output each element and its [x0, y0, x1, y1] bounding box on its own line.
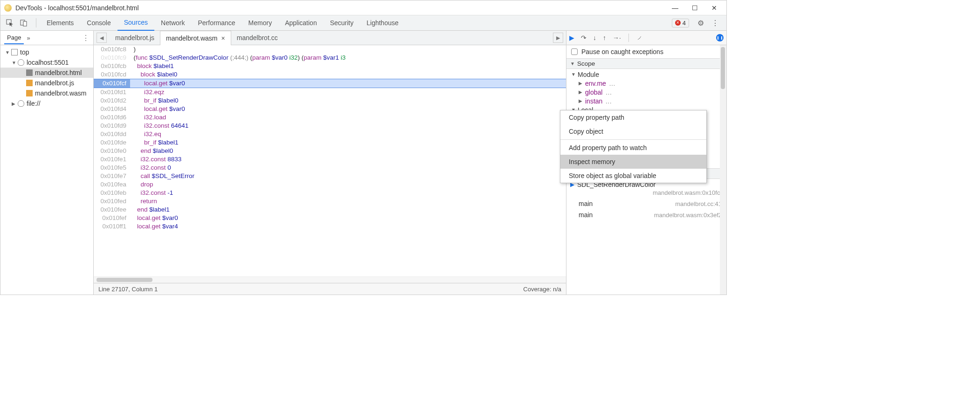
callstack-frame[interactable]: mainmandelbrot.wasm:0x3ef2 — [566, 209, 726, 220]
tree-node-file-proto[interactable]: ▶file:// — [0, 98, 93, 109]
main-tab-lighthouse[interactable]: Lighthouse — [360, 15, 405, 31]
step-over-icon[interactable]: ↷ — [581, 34, 587, 41]
file-tab[interactable]: mandelbrot.cc — [231, 31, 283, 45]
line-address: 0x010fcb — [94, 62, 130, 70]
line-address: 0x010fdd — [94, 130, 130, 138]
file-tab[interactable]: mandelbrot.wasm× — [160, 31, 231, 45]
code-line[interactable]: br_if $label1 — [130, 138, 566, 147]
navigator-tab-page[interactable]: Page — [4, 31, 24, 44]
code-line[interactable]: end $label0 — [130, 147, 566, 155]
line-address: 0x010fee — [94, 206, 130, 214]
main-tab-memory[interactable]: Memory — [242, 15, 279, 31]
line-address: 0x010fed — [94, 197, 130, 206]
context-menu-item[interactable]: Copy property path — [560, 110, 706, 124]
code-line[interactable]: i32.const -1 — [130, 189, 566, 197]
tree-node-host[interactable]: ▼localhost:5501 — [0, 57, 93, 68]
titlebar: DevTools - localhost:5501/mandelbrot.htm… — [0, 0, 726, 15]
scope-module[interactable]: ▼Module — [566, 70, 726, 79]
minimize-button[interactable]: — — [670, 4, 680, 12]
code-line[interactable]: br_if $label0 — [130, 96, 566, 105]
nav-back-icon[interactable]: ◀ — [97, 33, 107, 43]
line-address: 0x010fc8 — [94, 45, 130, 54]
navigator-pane: Page » ⋮ ▼top ▼localhost:5501 mandelbrot… — [0, 31, 94, 295]
code-line[interactable]: call $SDL_SetError — [130, 172, 566, 180]
code-line[interactable]: i32.eqz — [130, 88, 566, 96]
close-button[interactable]: ✕ — [710, 4, 719, 12]
pause-script-button[interactable] — [716, 34, 724, 41]
device-toolbar-icon[interactable] — [18, 17, 29, 28]
scope-module-item[interactable]: ▶env.me — [566, 79, 726, 88]
code-line[interactable]: i32.eq — [130, 130, 566, 138]
line-address: 0x010fcd — [94, 70, 130, 79]
line-address: 0x010fd6 — [94, 113, 130, 122]
main-tab-application[interactable]: Application — [278, 15, 324, 31]
scope-module-item[interactable]: ▶global — [566, 88, 726, 96]
code-line[interactable]: local.get $var0 — [130, 214, 566, 222]
context-menu-item[interactable]: Inspect memory — [560, 155, 706, 169]
navigator-menu-icon[interactable]: ⋮ — [82, 34, 90, 42]
main-tab-network[interactable]: Network — [154, 15, 191, 31]
pause-checkbox[interactable] — [571, 48, 578, 55]
code-line[interactable]: i32.load — [130, 113, 566, 122]
code-line[interactable]: block $label1 — [130, 62, 566, 70]
step-out-icon[interactable]: ↑ — [603, 34, 606, 41]
vertical-scrollbar[interactable] — [720, 45, 726, 295]
line-address: 0x010fd2 — [94, 96, 130, 105]
callstack-frame[interactable]: mainmandelbrot.cc:41 — [566, 198, 726, 209]
settings-gear-icon[interactable]: ⚙ — [694, 19, 708, 27]
statusbar: Line 27107, Column 1 Coverage: n/a — [94, 283, 566, 295]
file-tab[interactable]: mandelbrot.js — [110, 31, 160, 45]
main-tab-elements[interactable]: Elements — [40, 15, 80, 31]
file-tabs: ◀ mandelbrot.jsmandelbrot.wasm×mandelbro… — [94, 31, 566, 45]
more-menu-icon[interactable]: ⋮ — [708, 19, 723, 27]
code-line[interactable]: block $label0 — [130, 70, 566, 79]
main-tab-sources[interactable]: Sources — [117, 15, 154, 31]
code-line[interactable]: local.get $var0 — [130, 79, 566, 88]
main-tab-console[interactable]: Console — [80, 15, 117, 31]
error-count-badge[interactable]: 4 — [672, 19, 689, 27]
svg-rect-2 — [23, 21, 27, 26]
code-line[interactable]: i32.const 0 — [130, 164, 566, 172]
frame-location: mandelbrot.wasm:0x10fcf — [653, 189, 722, 196]
tree-file-wasm[interactable]: mandelbrot.wasm — [0, 88, 93, 98]
tree-node-top[interactable]: ▼top — [0, 47, 93, 57]
pause-label: Pause on caught exceptions — [581, 48, 663, 55]
code-line[interactable]: (func $SDL_SetRenderDrawColor (;444;) (p… — [130, 54, 566, 62]
code-line[interactable]: local.get $var0 — [130, 105, 566, 113]
deactivate-breakpoints-icon[interactable]: ⟋ — [636, 34, 643, 41]
code-line[interactable]: return — [130, 197, 566, 206]
context-menu: Copy property pathCopy objectAdd propert… — [560, 110, 707, 183]
scope-module-item[interactable]: ▶instan — [566, 96, 726, 105]
main-tab-performance[interactable]: Performance — [191, 15, 242, 31]
tree-file-js[interactable]: mandelbrot.js — [0, 78, 93, 88]
line-address: 0x010ff1 — [94, 222, 130, 231]
main-tab-security[interactable]: Security — [324, 15, 360, 31]
tree-file-html[interactable]: mandelbrot.html — [0, 68, 93, 78]
code-line[interactable]: local.get $var4 — [130, 222, 566, 231]
code-line[interactable]: drop — [130, 180, 566, 189]
inspect-element-icon[interactable] — [4, 17, 15, 28]
close-tab-icon[interactable]: × — [221, 34, 225, 42]
resume-icon[interactable]: ▶ — [569, 34, 574, 41]
context-menu-item[interactable]: Store object as global variable — [560, 169, 706, 183]
step-into-icon[interactable]: ↓ — [593, 34, 596, 41]
cursor-position: Line 27107, Column 1 — [98, 286, 158, 293]
line-address: 0x010fde — [94, 138, 130, 147]
navigator-more-tabs-icon[interactable]: » — [27, 34, 30, 41]
code-line[interactable]: i32.const 64641 — [130, 122, 566, 130]
context-menu-item[interactable]: Copy object — [560, 124, 706, 138]
nav-fwd-icon[interactable]: ▶ — [553, 33, 563, 43]
horizontal-scrollbar[interactable] — [94, 276, 566, 283]
code-line[interactable]: i32.const 8833 — [130, 155, 566, 164]
pause-on-exceptions-row[interactable]: Pause on caught exceptions — [566, 45, 726, 58]
code-editor[interactable]: 0x010fc8 )0x010fc9 (func $SDL_SetRenderD… — [94, 45, 566, 276]
code-line[interactable]: end $label1 — [130, 206, 566, 214]
editor-pane: ◀ mandelbrot.jsmandelbrot.wasm×mandelbro… — [94, 31, 566, 295]
maximize-button[interactable]: ☐ — [690, 4, 699, 12]
code-line[interactable]: ) — [130, 45, 566, 54]
context-menu-item[interactable]: Add property path to watch — [560, 141, 706, 155]
scope-header[interactable]: ▼Scope — [566, 58, 726, 69]
error-icon — [675, 20, 681, 26]
line-address: 0x010fd4 — [94, 105, 130, 113]
step-icon[interactable]: →· — [613, 34, 621, 41]
